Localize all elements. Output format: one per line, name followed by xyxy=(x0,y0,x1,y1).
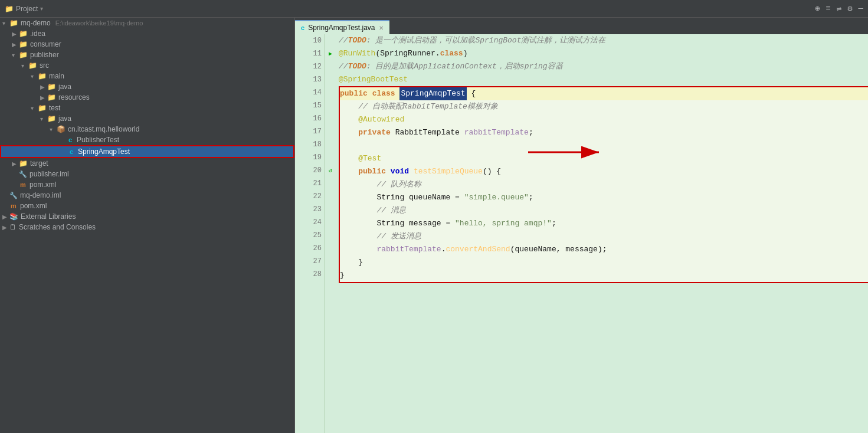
tree-item-main[interactable]: ▾ 📁 main xyxy=(0,71,294,81)
package-icon: 📦 xyxy=(57,125,65,133)
editor-tabs: c SpringAmqpTest.java ✕ xyxy=(295,18,868,34)
top-bar: 📁 Project ▾ ⊕ ≡ ⇌ ⚙ — xyxy=(0,0,868,18)
run-marker-20[interactable]: ↺ xyxy=(329,167,332,174)
collapse-all-icon[interactable]: ≡ xyxy=(826,4,830,14)
folder-icon: 📁 xyxy=(19,51,28,59)
line-num-16: 16 xyxy=(295,112,324,125)
tree-item-java-src[interactable]: ▶ 📁 java xyxy=(0,81,294,92)
line-num-24: 24 xyxy=(295,216,324,229)
tree-item-mq-demo[interactable]: ▾ 📁 mq-demo E:\ideawork\beike19\mq-demo xyxy=(0,18,294,28)
class-name-highlight: SpringAmqpTest xyxy=(399,87,466,100)
folder-icon: 📁 xyxy=(38,104,47,112)
minimize-icon[interactable]: — xyxy=(859,4,863,14)
tree-item-publisher[interactable]: ▾ 📁 publisher xyxy=(0,50,294,60)
tree-item-test[interactable]: ▾ 📁 test xyxy=(0,103,294,113)
arrow-icon: ▶ xyxy=(12,31,19,37)
tree-item-pom-root[interactable]: m pom.xml xyxy=(0,201,294,211)
java-file-icon: c xyxy=(66,136,74,144)
folder-icon: 📁 xyxy=(28,61,37,70)
maven-file-icon: m xyxy=(19,181,27,189)
tree-label: java xyxy=(58,83,71,91)
tree-label: mq-demo xyxy=(21,19,51,27)
editor-content[interactable]: 10 11 ▶ 12 13 14 15 16 17 18 19 20 ↺ xyxy=(295,34,868,433)
arrow-icon: ▶ xyxy=(12,160,19,167)
tree-item-scratches[interactable]: ▶ 🗒 Scratches and Consoles xyxy=(0,222,294,232)
tree-item-publisher-test[interactable]: c PublisherTest xyxy=(0,135,294,145)
tree-item-consumer[interactable]: ▶ 📁 consumer xyxy=(0,39,294,50)
expand-icon[interactable]: ⇌ xyxy=(837,4,841,14)
dropdown-arrow[interactable]: ▾ xyxy=(40,5,43,12)
code-line-28: } xyxy=(340,269,868,282)
main-content: ▾ 📁 mq-demo E:\ideawork\beike19\mq-demo … xyxy=(0,18,868,433)
code-line-26: rabbitTemplate.convertAndSend(queueName,… xyxy=(340,243,868,256)
line-num-26: 26 xyxy=(295,242,324,255)
arrow-icon: ▶ xyxy=(40,94,47,101)
tree-label: publisher xyxy=(30,51,59,59)
code-line-18 xyxy=(340,139,868,152)
tree-item-publisher-iml[interactable]: 🔧 publisher.iml xyxy=(0,169,294,179)
line-num-15: 15 xyxy=(295,99,324,112)
arrow-icon: ▾ xyxy=(31,73,38,80)
iml-file-icon: 🔧 xyxy=(9,191,18,199)
line-num-14: 14 xyxy=(295,86,324,99)
line-num-21: 21 xyxy=(295,177,324,190)
scratch-icon: 🗒 xyxy=(9,223,17,231)
folder-icon: 📁 xyxy=(5,5,14,13)
code-lines[interactable]: //TODO: 是一个测试启动器，可以加载SpringBoot测试注解，让测试方… xyxy=(334,34,868,433)
folder-icon: 📁 xyxy=(47,93,56,101)
tree-item-package[interactable]: ▾ 📦 cn.itcast.mq.helloworld xyxy=(0,124,294,135)
arrow-icon: ▶ xyxy=(2,214,9,220)
tree-item-resources[interactable]: ▶ 📁 resources xyxy=(0,92,294,103)
tree-label: pom.xml xyxy=(20,202,47,210)
line-num-10: 10 xyxy=(295,34,324,47)
tree-item-java-test[interactable]: ▾ 📁 java xyxy=(0,113,294,124)
field-ref: rabbitTemplate xyxy=(376,243,441,256)
code-line-11: @RunWith(SpringRunner.class) xyxy=(339,47,863,60)
line-numbers: 10 11 ▶ 12 13 14 15 16 17 18 19 20 ↺ xyxy=(295,34,325,433)
maven-file-icon: m xyxy=(9,202,18,210)
tree-item-ext-libs[interactable]: ▶ 📚 External Libraries xyxy=(0,211,294,222)
tree-label: test xyxy=(49,104,60,112)
line-num-19: 19 xyxy=(295,151,324,164)
gutter xyxy=(325,34,334,433)
method-name: testSimpleQueue xyxy=(414,165,483,178)
tree-item-spring-amqp-test[interactable]: c SpringAmqpTest xyxy=(0,145,294,158)
tree-label: External Libraries xyxy=(21,212,76,221)
folder-icon: 📁 xyxy=(19,40,28,48)
tree-item-pom-publisher[interactable]: m pom.xml xyxy=(0,179,294,190)
tree-label: pom.xml xyxy=(30,181,56,189)
code-line-16: @Autowired xyxy=(340,113,868,126)
folder-icon: 📁 xyxy=(47,83,56,91)
tree-label: java xyxy=(58,114,71,123)
code-line-19: @Test xyxy=(340,152,868,165)
tree-item-target[interactable]: ▶ 📁 target xyxy=(0,158,294,169)
run-marker-11[interactable]: ▶ xyxy=(329,50,332,57)
code-line-24: String message = "hello, spring amqp!"; xyxy=(340,217,868,230)
method-call: convertAndSend xyxy=(446,243,510,256)
code-line-25: // 发送消息 xyxy=(340,230,868,243)
code-line-27: } xyxy=(340,256,868,269)
tree-item-mqdemo-iml[interactable]: 🔧 mq-demo.iml xyxy=(0,190,294,201)
line-num-12: 12 xyxy=(295,60,324,73)
code-line-17: private RabbitTemplate rabbitTemplate; xyxy=(340,126,868,139)
project-sidebar[interactable]: ▾ 📁 mq-demo E:\ideawork\beike19\mq-demo … xyxy=(0,18,295,433)
add-icon[interactable]: ⊕ xyxy=(815,4,820,14)
settings-icon[interactable]: ⚙ xyxy=(847,4,852,14)
code-line-12: //TODO: 目的是加载ApplicationContext，启动spring… xyxy=(339,60,863,73)
tab-close-icon[interactable]: ✕ xyxy=(379,25,384,31)
ext-libs-icon: 📚 xyxy=(9,212,18,221)
arrow-icon: ▶ xyxy=(12,41,19,48)
arrow-icon: ▾ xyxy=(31,105,38,111)
line-num-18: 18 xyxy=(295,138,324,151)
tree-item-src[interactable]: ▾ 📁 src xyxy=(0,60,294,71)
field-name: rabbitTemplate xyxy=(464,126,529,139)
tree-label: publisher.iml xyxy=(30,170,69,178)
tree-label: consumer xyxy=(30,40,61,48)
tree-label: mq-demo.iml xyxy=(20,191,61,199)
tab-file-icon: c xyxy=(301,24,304,31)
line-num-27: 27 xyxy=(295,255,324,268)
editor-tab-spring-amqp-test[interactable]: c SpringAmqpTest.java ✕ xyxy=(295,20,389,34)
code-line-20: public void testSimpleQueue() { xyxy=(340,165,868,178)
tree-item-idea[interactable]: ▶ 📁 .idea xyxy=(0,28,294,39)
arrow-icon: ▾ xyxy=(40,116,47,122)
